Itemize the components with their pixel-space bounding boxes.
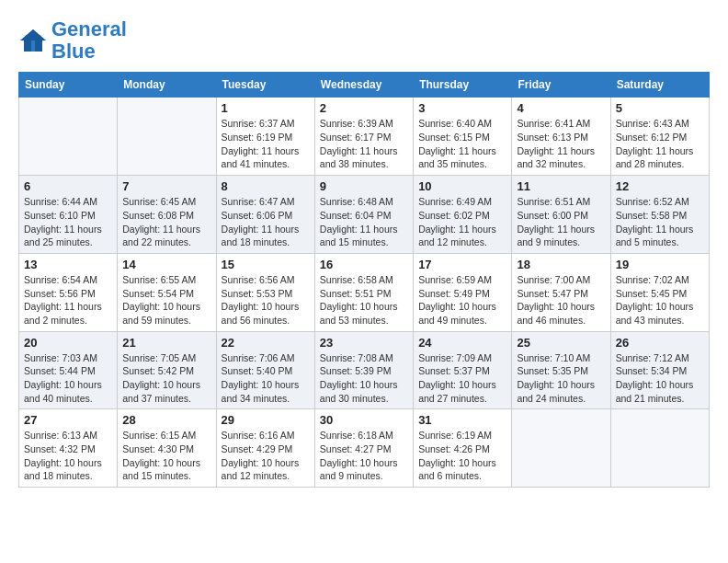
- day-number: 19: [616, 258, 704, 271]
- day-number: 6: [24, 179, 112, 193]
- calendar-cell: 24Sunrise: 7:09 AM Sunset: 5:37 PM Dayli…: [414, 331, 512, 409]
- calendar-cell: 6Sunrise: 6:44 AM Sunset: 6:10 PM Daylig…: [19, 176, 118, 254]
- weekday-header: Tuesday: [216, 73, 314, 98]
- day-info: Sunrise: 6:51 AM Sunset: 6:00 PM Dayligh…: [517, 195, 605, 249]
- day-info: Sunrise: 6:47 AM Sunset: 6:06 PM Dayligh…: [222, 195, 310, 249]
- calendar-cell: 4Sunrise: 6:41 AM Sunset: 6:13 PM Daylig…: [512, 98, 610, 176]
- day-info: Sunrise: 6:48 AM Sunset: 6:04 PM Dayligh…: [320, 195, 408, 249]
- calendar-cell: 9Sunrise: 6:48 AM Sunset: 6:04 PM Daylig…: [314, 176, 413, 254]
- day-info: Sunrise: 6:40 AM Sunset: 6:15 PM Dayligh…: [418, 117, 506, 171]
- day-number: 17: [418, 258, 506, 271]
- day-info: Sunrise: 7:02 AM Sunset: 5:45 PM Dayligh…: [616, 273, 704, 327]
- calendar-cell: 1Sunrise: 6:37 AM Sunset: 6:19 PM Daylig…: [216, 98, 314, 176]
- day-number: 26: [616, 336, 704, 350]
- calendar-cell: 18Sunrise: 7:00 AM Sunset: 5:47 PM Dayli…: [512, 253, 610, 331]
- logo-icon: [18, 28, 48, 53]
- day-number: 10: [418, 179, 506, 193]
- calendar-header-row: SundayMondayTuesdayWednesdayThursdayFrid…: [19, 73, 710, 98]
- day-info: Sunrise: 7:09 AM Sunset: 5:37 PM Dayligh…: [418, 351, 506, 406]
- day-info: Sunrise: 7:10 AM Sunset: 5:35 PM Dayligh…: [517, 351, 605, 406]
- day-info: Sunrise: 6:44 AM Sunset: 6:10 PM Dayligh…: [24, 195, 112, 249]
- calendar-week-row: 13Sunrise: 6:54 AM Sunset: 5:56 PM Dayli…: [19, 253, 710, 331]
- day-number: 27: [24, 413, 112, 427]
- day-info: Sunrise: 6:43 AM Sunset: 6:12 PM Dayligh…: [616, 117, 704, 171]
- calendar-week-row: 27Sunrise: 6:13 AM Sunset: 4:32 PM Dayli…: [19, 409, 710, 488]
- calendar-cell: 10Sunrise: 6:49 AM Sunset: 6:02 PM Dayli…: [414, 176, 512, 254]
- calendar-cell: 22Sunrise: 7:06 AM Sunset: 5:40 PM Dayli…: [216, 331, 314, 409]
- day-number: 15: [222, 258, 310, 271]
- day-number: 2: [320, 101, 408, 115]
- day-number: 7: [122, 179, 210, 193]
- day-info: Sunrise: 7:03 AM Sunset: 5:44 PM Dayligh…: [24, 351, 112, 406]
- day-number: 28: [122, 413, 210, 427]
- day-number: 30: [320, 413, 408, 427]
- day-info: Sunrise: 6:13 AM Sunset: 4:32 PM Dayligh…: [24, 429, 112, 483]
- day-info: Sunrise: 6:56 AM Sunset: 5:53 PM Dayligh…: [222, 273, 310, 327]
- day-number: 24: [418, 336, 506, 350]
- day-number: 13: [24, 258, 112, 271]
- calendar-cell: 8Sunrise: 6:47 AM Sunset: 6:06 PM Daylig…: [216, 176, 314, 254]
- logo-text: General Blue: [51, 18, 127, 63]
- day-number: 14: [122, 258, 210, 271]
- logo: General Blue: [18, 18, 127, 63]
- day-number: 16: [320, 258, 408, 271]
- day-number: 23: [320, 336, 408, 350]
- calendar-cell: 30Sunrise: 6:18 AM Sunset: 4:27 PM Dayli…: [314, 409, 413, 488]
- day-number: 18: [517, 258, 605, 271]
- calendar-week-row: 6Sunrise: 6:44 AM Sunset: 6:10 PM Daylig…: [19, 176, 710, 254]
- calendar-cell: 25Sunrise: 7:10 AM Sunset: 5:35 PM Dayli…: [512, 331, 610, 409]
- calendar-week-row: 1Sunrise: 6:37 AM Sunset: 6:19 PM Daylig…: [19, 98, 710, 176]
- calendar-cell: [610, 409, 709, 488]
- day-info: Sunrise: 7:00 AM Sunset: 5:47 PM Dayligh…: [517, 273, 605, 327]
- calendar-cell: 15Sunrise: 6:56 AM Sunset: 5:53 PM Dayli…: [216, 253, 314, 331]
- calendar-cell: 5Sunrise: 6:43 AM Sunset: 6:12 PM Daylig…: [610, 98, 709, 176]
- day-info: Sunrise: 6:16 AM Sunset: 4:29 PM Dayligh…: [222, 429, 310, 483]
- calendar-cell: 29Sunrise: 6:16 AM Sunset: 4:29 PM Dayli…: [216, 409, 314, 488]
- day-number: 8: [222, 179, 310, 193]
- weekday-header: Sunday: [19, 73, 118, 98]
- day-info: Sunrise: 6:54 AM Sunset: 5:56 PM Dayligh…: [24, 273, 112, 327]
- weekday-header: Friday: [512, 73, 610, 98]
- weekday-header: Thursday: [414, 73, 512, 98]
- day-info: Sunrise: 7:05 AM Sunset: 5:42 PM Dayligh…: [122, 351, 210, 406]
- day-number: 25: [517, 336, 605, 350]
- calendar-cell: 26Sunrise: 7:12 AM Sunset: 5:34 PM Dayli…: [610, 331, 709, 409]
- day-info: Sunrise: 6:58 AM Sunset: 5:51 PM Dayligh…: [320, 273, 408, 327]
- page-header: General Blue: [18, 18, 710, 63]
- weekday-header: Saturday: [610, 73, 709, 98]
- calendar-cell: [512, 409, 610, 488]
- calendar-cell: 13Sunrise: 6:54 AM Sunset: 5:56 PM Dayli…: [19, 253, 118, 331]
- day-info: Sunrise: 6:59 AM Sunset: 5:49 PM Dayligh…: [418, 273, 506, 327]
- day-number: 22: [222, 336, 310, 350]
- calendar-cell: 14Sunrise: 6:55 AM Sunset: 5:54 PM Dayli…: [118, 253, 216, 331]
- day-number: 20: [24, 336, 112, 350]
- day-number: 1: [222, 101, 310, 115]
- calendar-week-row: 20Sunrise: 7:03 AM Sunset: 5:44 PM Dayli…: [19, 331, 710, 409]
- day-number: 11: [517, 179, 605, 193]
- calendar-cell: 19Sunrise: 7:02 AM Sunset: 5:45 PM Dayli…: [610, 253, 709, 331]
- calendar-cell: 20Sunrise: 7:03 AM Sunset: 5:44 PM Dayli…: [19, 331, 118, 409]
- calendar-cell: [19, 98, 118, 176]
- calendar-cell: 27Sunrise: 6:13 AM Sunset: 4:32 PM Dayli…: [19, 409, 118, 488]
- day-info: Sunrise: 7:08 AM Sunset: 5:39 PM Dayligh…: [320, 351, 408, 406]
- day-number: 9: [320, 179, 408, 193]
- calendar-cell: 17Sunrise: 6:59 AM Sunset: 5:49 PM Dayli…: [414, 253, 512, 331]
- calendar-cell: 16Sunrise: 6:58 AM Sunset: 5:51 PM Dayli…: [314, 253, 413, 331]
- calendar-cell: 2Sunrise: 6:39 AM Sunset: 6:17 PM Daylig…: [314, 98, 413, 176]
- day-info: Sunrise: 7:06 AM Sunset: 5:40 PM Dayligh…: [222, 351, 310, 406]
- day-number: 31: [418, 413, 506, 427]
- day-number: 3: [418, 101, 506, 115]
- calendar-cell: 3Sunrise: 6:40 AM Sunset: 6:15 PM Daylig…: [414, 98, 512, 176]
- calendar-cell: 23Sunrise: 7:08 AM Sunset: 5:39 PM Dayli…: [314, 331, 413, 409]
- calendar-cell: 12Sunrise: 6:52 AM Sunset: 5:58 PM Dayli…: [610, 176, 709, 254]
- weekday-header: Monday: [118, 73, 216, 98]
- day-info: Sunrise: 6:18 AM Sunset: 4:27 PM Dayligh…: [320, 429, 408, 483]
- calendar-cell: [118, 98, 216, 176]
- calendar-cell: 7Sunrise: 6:45 AM Sunset: 6:08 PM Daylig…: [118, 176, 216, 254]
- weekday-header: Wednesday: [314, 73, 413, 98]
- calendar-cell: 28Sunrise: 6:15 AM Sunset: 4:30 PM Dayli…: [118, 409, 216, 488]
- day-number: 29: [222, 413, 310, 427]
- day-number: 5: [616, 101, 704, 115]
- day-number: 4: [517, 101, 605, 115]
- day-number: 21: [122, 336, 210, 350]
